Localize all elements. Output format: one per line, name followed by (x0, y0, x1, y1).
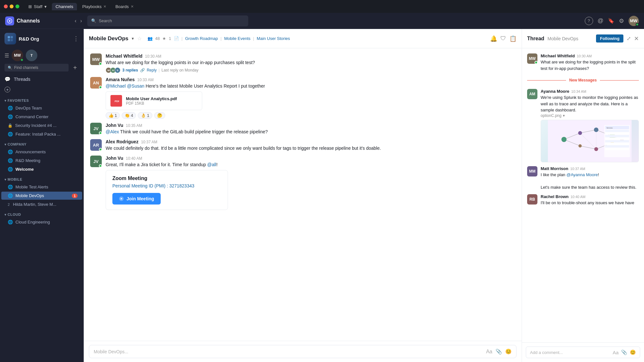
thread-original-time: 10:30 AM (577, 54, 592, 58)
sidebar-menu-icon[interactable]: ⋮ (73, 35, 79, 42)
message-input-placeholder[interactable]: Mobile DevOps... (94, 349, 483, 354)
reaction-ok[interactable]: 👌1 (138, 112, 152, 119)
reaction-thumbsup[interactable]: 👍1 (106, 112, 120, 119)
notes-icon[interactable]: 📋 (509, 35, 516, 42)
text-format-icon[interactable]: Aa (486, 349, 492, 355)
thread-text-format-icon[interactable]: Aa (613, 350, 619, 355)
channel-star-icon[interactable]: ☆ (137, 35, 142, 42)
sidebar-item-welcome[interactable]: 🌐 Welcome (1, 165, 82, 173)
message-input[interactable]: Mobile DevOps... Aa 📎 😊 (89, 345, 516, 358)
thread-comment-input[interactable]: Add a comment... Aa 📎 😊 (526, 347, 640, 358)
mute-icon[interactable]: 🔔 (490, 35, 497, 42)
sidebar-item-command-center[interactable]: 🌐 Command Center (1, 113, 82, 121)
mobile-label: MOBILE (8, 177, 23, 181)
traffic-lights[interactable] (4, 5, 19, 8)
sidebar-item-cloud-engineering[interactable]: 🌐 Cloud Engineering (1, 218, 82, 226)
favorites-section[interactable]: ▾ FAVORITES (0, 95, 83, 104)
tab-staff[interactable]: ⊞ Staff ▾ (24, 3, 51, 10)
tab-playbooks[interactable]: Playbooks ✕ (78, 3, 110, 10)
expand-icon[interactable]: ⤢ (627, 35, 631, 42)
image-filename-dropdown[interactable]: optionC.png ▾ (541, 113, 639, 118)
sidebar-item-announcements[interactable]: 🌐 Announcements (1, 148, 82, 156)
svg-rect-32 (605, 138, 629, 140)
new-messages-label: New Messages (569, 78, 597, 82)
mention-icon[interactable]: @ (598, 17, 603, 24)
tab-boards[interactable]: Boards ✕ (111, 3, 137, 10)
favorites-chevron: ▾ (5, 99, 6, 102)
mobile-section[interactable]: ▾ MOBILE (0, 174, 83, 183)
reply-action[interactable]: Reply (147, 68, 157, 72)
star-count: 1 (169, 36, 171, 41)
search-icon-small: 🔍 (8, 66, 12, 70)
join-meeting-button[interactable]: Join Meeting (112, 193, 161, 205)
mention-michael[interactable]: @Michael (106, 83, 126, 89)
maximize-window-button[interactable] (15, 5, 19, 8)
msg-header-2: Amara Nuñes 10:33 AM (106, 77, 515, 82)
reply-info-1[interactable]: M A S 3 replies 🔗 Reply | Last reply on … (106, 67, 515, 73)
channel-chevron-icon[interactable]: ▾ (132, 36, 134, 41)
thread-reply-1-header: Ayanna Moore 10:34 AM (541, 89, 639, 94)
thread-emoji-icon[interactable]: 😊 (630, 349, 636, 355)
attachment-icon[interactable]: 📎 (496, 348, 502, 355)
svg-rect-30 (605, 132, 629, 135)
sidebar-filter-icon[interactable]: ☰ (5, 52, 9, 59)
minimize-window-button[interactable] (10, 5, 14, 8)
tab-close-playbooks[interactable]: ✕ (103, 5, 106, 9)
cloud-section[interactable]: ▾ CLOUD (0, 209, 83, 218)
mention-all[interactable]: @all (207, 162, 216, 167)
team-avatar[interactable]: T (26, 50, 37, 61)
sidebar-new-item[interactable]: + (0, 84, 83, 95)
help-icon[interactable]: ? (585, 17, 593, 25)
link-growth-roadmap[interactable]: Growth Roadmap (185, 36, 218, 41)
pdf-icon: PDF (110, 95, 122, 107)
shield-icon[interactable]: 🛡 (500, 35, 506, 42)
reaction-clap[interactable]: 👏4 (122, 112, 136, 119)
last-reply-time: Last reply on Monday (162, 68, 199, 72)
sidebar-item-devops-team[interactable]: 🌐 DevOps Team (1, 104, 82, 112)
reply-count[interactable]: 3 replies (122, 68, 138, 72)
sidebar-item-mobile-devops[interactable]: 🌐 Mobile DevOps 1 (1, 192, 82, 200)
bookmark-icon[interactable]: 🔖 (608, 18, 614, 24)
file-attachment[interactable]: PDF Mobile User Analytics.pdf PDF 15KB (106, 91, 202, 110)
msg-header-5: John Vu 10:40 AM (106, 156, 515, 161)
member-count-icon: 👥 (147, 36, 153, 41)
thread-original-avatar: MW (527, 53, 537, 64)
back-button[interactable]: ‹ (73, 17, 78, 24)
reaction-thinking[interactable]: 🤔 (154, 112, 165, 119)
sidebar-item-mobile-test-alerts[interactable]: 🌐 Mobile Test Alerts (1, 183, 82, 191)
svg-text:Services: Services (607, 127, 613, 129)
mention-ayanna[interactable]: @Ayanna Moore (566, 172, 598, 177)
tab-channels[interactable]: Channels (52, 3, 77, 10)
zoom-pmi-number[interactable]: 3271823343 (169, 183, 194, 188)
search-bar[interactable]: 🔍 Search (87, 15, 248, 26)
link-mobile-events[interactable]: Mobile Events (224, 36, 251, 41)
find-channels-input[interactable]: 🔍 Find channels (5, 64, 69, 71)
tab-close-boards[interactable]: ✕ (131, 5, 134, 9)
settings-icon[interactable]: ⚙ (619, 17, 624, 24)
mention-susan[interactable]: @Susan (127, 83, 144, 89)
sidebar-threads[interactable]: 💬 Threads (0, 74, 83, 84)
sidebar-item-security-incident[interactable]: 🔒 Security Incident #4 ... (1, 121, 82, 129)
user-avatar-wrap[interactable]: MW (629, 16, 639, 26)
main-content: R&D Org ⋮ ☰ MW T 🔍 Find channels (0, 29, 644, 362)
sidebar-item-feature-install[interactable]: 🌐 Feature: Install Packa ... (1, 130, 82, 138)
star-icon: ★ (162, 36, 166, 41)
sidebar-item-dm-hilda[interactable]: 2 Hilda Martin, Steve M... (1, 200, 82, 208)
mention-alex[interactable]: @Alex (106, 129, 119, 134)
thread-input-placeholder[interactable]: Add a comment... (530, 350, 610, 355)
link-main-user-stories[interactable]: Main User Stories (257, 36, 290, 41)
globe-icon: 🌐 (8, 220, 13, 224)
add-channel-button[interactable]: + (71, 64, 79, 71)
close-window-button[interactable] (4, 5, 8, 8)
small-status-dot (21, 59, 23, 61)
user-small-avatar[interactable]: MW (12, 50, 23, 61)
workspace-name: Channels (17, 18, 40, 24)
forward-button[interactable]: › (79, 17, 83, 24)
sidebar-item-rd-meeting[interactable]: 🌐 R&D Meeting (1, 157, 82, 165)
zoom-title: Zoom Meeting (112, 176, 221, 181)
following-button[interactable]: Following (596, 34, 623, 43)
company-section[interactable]: ▾ COMPANY (0, 138, 83, 148)
thread-attachment-icon[interactable]: 📎 (621, 349, 627, 355)
close-thread-icon[interactable]: ✕ (634, 35, 639, 42)
emoji-icon[interactable]: 😊 (505, 348, 512, 355)
